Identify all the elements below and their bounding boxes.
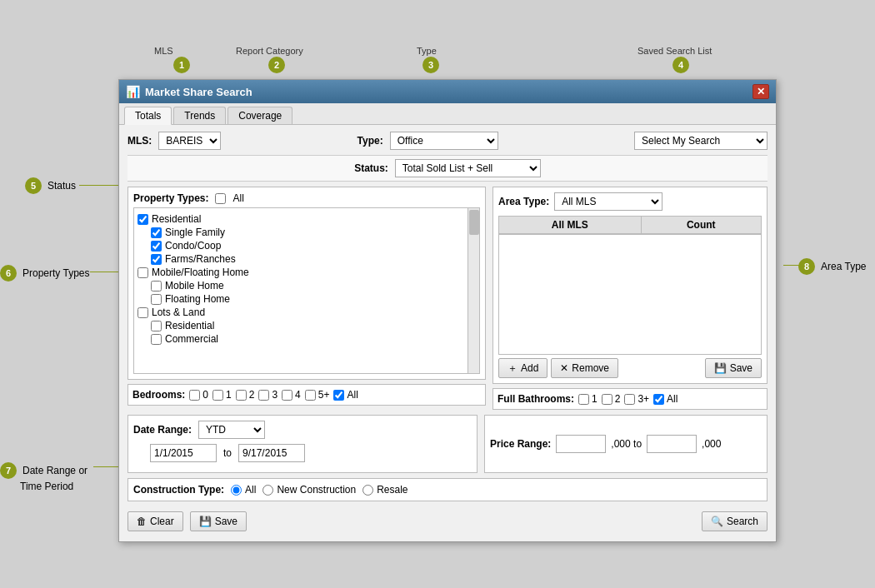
area-table: All MLS Count <box>498 216 762 234</box>
form-content: MLS: BAREIS Type: Office Agent Company S… <box>119 125 776 541</box>
area-type-label: Area Type: <box>498 196 549 207</box>
mobile-home-checkbox[interactable] <box>151 281 162 292</box>
footer-row: 🗑 Clear 💾 Save 🔍 Search <box>128 508 768 535</box>
add-button[interactable]: ＋ Add <box>498 358 548 378</box>
bed-0-checkbox[interactable] <box>189 390 200 401</box>
bath-3plus-checkbox[interactable] <box>624 394 635 405</box>
property-types-panel: Property Types: All Residential <box>128 187 486 380</box>
bed-2-label: 2 <box>236 389 255 401</box>
list-item: Single Family <box>138 227 466 238</box>
construction-new-text: New Construction <box>277 484 356 496</box>
bath-all-checkbox[interactable] <box>653 394 664 405</box>
bed-all-label: All <box>333 389 358 401</box>
list-item: Residential <box>138 320 466 331</box>
mobile-floating-checkbox[interactable] <box>138 267 148 278</box>
tab-totals[interactable]: Totals <box>124 107 172 125</box>
price-range-label: Price Range: <box>490 438 551 450</box>
list-item: Commercial <box>138 333 466 345</box>
mls-select[interactable]: BAREIS <box>158 132 221 150</box>
price-to-input[interactable] <box>647 435 697 453</box>
chart-icon: 📊 <box>126 85 140 98</box>
tabs-bar: Totals Trends Coverage <box>119 103 776 125</box>
construction-resale-text: Resale <box>377 484 408 496</box>
area-col-count: Count <box>641 217 761 234</box>
bed-all-checkbox[interactable] <box>333 390 344 401</box>
date-row: Date Range: YTD Last 30 Days Last 90 Day… <box>133 421 472 439</box>
construction-resale-radio[interactable] <box>362 485 373 496</box>
scrollbar[interactable] <box>468 208 479 373</box>
bed-3-checkbox[interactable] <box>258 390 269 401</box>
area-table-body <box>498 234 762 355</box>
floating-home-checkbox[interactable] <box>151 294 162 305</box>
status-select[interactable]: Total Sold List + Sell Total Sold List T… <box>395 159 541 177</box>
construction-new-radio[interactable] <box>262 485 273 496</box>
prop-types-label: Property Types: <box>133 192 208 204</box>
farms-checkbox[interactable] <box>151 254 162 265</box>
list-item: Floating Home <box>138 293 466 305</box>
construction-new-label: New Construction <box>262 484 356 496</box>
bed-5plus-label: 5+ <box>305 389 330 401</box>
callout-circle-3: 3 <box>422 57 442 73</box>
construction-all-radio[interactable] <box>231 485 242 496</box>
bed-4-label: 4 <box>282 389 301 401</box>
property-list-container: Residential Single Family Condo/Coop <box>133 207 480 374</box>
close-button[interactable]: ✕ <box>752 84 769 99</box>
callout-circle-4: 4 <box>672 57 692 73</box>
condo-checkbox[interactable] <box>151 241 162 252</box>
remove-button[interactable]: ✕ Remove <box>551 358 618 378</box>
list-item: Mobile Home <box>138 280 466 292</box>
date-preset-select[interactable]: YTD Last 30 Days Last 90 Days Custom <box>198 421 265 439</box>
bath-1-label: 1 <box>578 393 598 405</box>
tab-trends[interactable]: Trends <box>173 107 226 124</box>
footer-left: 🗑 Clear 💾 Save <box>128 511 247 531</box>
tab-coverage[interactable]: Coverage <box>228 107 292 124</box>
bath-1-checkbox[interactable] <box>578 394 589 405</box>
titlebar: 📊 Market Share Search ✕ <box>119 80 776 103</box>
bed-2-checkbox[interactable] <box>236 390 247 401</box>
scrollbar-thumb[interactable] <box>469 210 479 235</box>
bedrooms-panel: Bedrooms: 0 1 2 3 4 5+ All <box>128 384 486 406</box>
status-label: Status: <box>354 162 388 174</box>
date-to-input[interactable] <box>238 444 305 462</box>
residential-checkbox[interactable] <box>138 214 148 225</box>
saved-search-select[interactable]: Select My Search <box>634 132 768 150</box>
mls-label: MLS: <box>128 135 152 147</box>
callout-daterange: 7 Date Range or Time Period <box>0 462 88 492</box>
bath-2-checkbox[interactable] <box>602 394 612 405</box>
construction-all-label: All <box>231 484 256 496</box>
price-section: Price Range: ,000 to ,000 <box>484 415 768 473</box>
callout-type: Type <box>417 46 437 56</box>
bed-5plus-checkbox[interactable] <box>305 390 316 401</box>
right-column: Area Type: All MLS County City Zip All M <box>492 187 768 410</box>
price-from-input[interactable] <box>556 435 606 453</box>
construction-all-text: All <box>245 484 256 496</box>
bath-2-label: 2 <box>602 393 621 405</box>
clear-button[interactable]: 🗑 Clear <box>128 511 183 531</box>
bathrooms-label: Full Bathrooms: <box>498 393 574 405</box>
price-thousands-label: ,000 to <box>611 438 642 450</box>
callout-report: Report Category <box>236 46 303 56</box>
construction-row: Construction Type: All New Construction … <box>128 478 768 501</box>
list-item: Residential <box>138 213 466 225</box>
bedrooms-row: Bedrooms: 0 1 2 3 4 5+ All <box>132 389 481 401</box>
lots-land-checkbox[interactable] <box>138 307 148 318</box>
date-section: Date Range: YTD Last 30 Days Last 90 Day… <box>128 415 478 473</box>
area-save-button[interactable]: 💾 Save <box>705 358 762 378</box>
single-family-checkbox[interactable] <box>151 227 162 238</box>
area-type-select[interactable]: All MLS County City Zip <box>554 192 662 211</box>
bed-4-checkbox[interactable] <box>282 390 292 401</box>
search-button[interactable]: 🔍 Search <box>702 511 768 531</box>
type-select[interactable]: Office Agent Company <box>390 132 498 150</box>
lots-residential-checkbox[interactable] <box>151 321 162 331</box>
area-buttons: ＋ Add ✕ Remove 💾 Save <box>498 358 762 378</box>
callout-proptype: 6 Property Types <box>0 265 89 282</box>
bed-1-checkbox[interactable] <box>212 390 223 401</box>
top-row: MLS: BAREIS Type: Office Agent Company S… <box>128 132 768 150</box>
bath-3plus-label: 3+ <box>624 393 649 405</box>
prop-types-all-checkbox[interactable] <box>215 193 226 204</box>
commercial-checkbox[interactable] <box>151 334 162 345</box>
property-list: Residential Single Family Condo/Coop <box>134 208 479 373</box>
bed-1-label: 1 <box>212 389 232 401</box>
save-button[interactable]: 💾 Save <box>190 511 247 531</box>
date-from-input[interactable] <box>150 444 217 462</box>
